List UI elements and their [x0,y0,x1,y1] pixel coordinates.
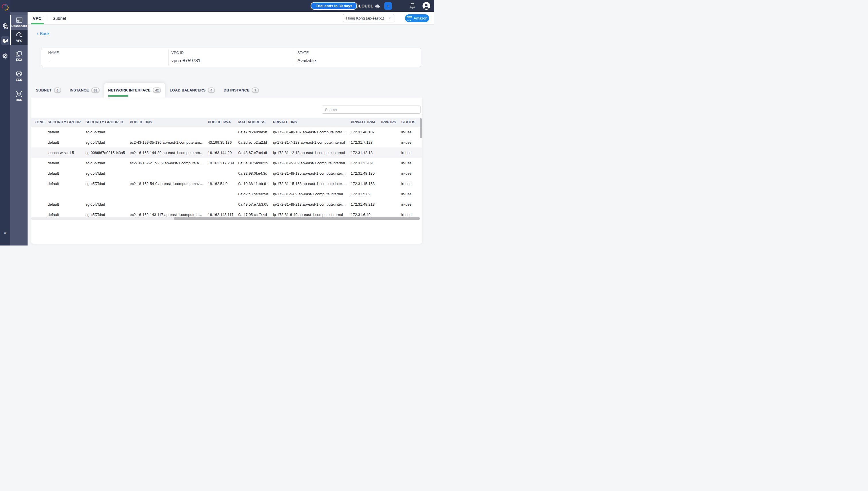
add-button[interactable]: + [384,2,392,10]
resource-tab-label: NETWORK INTERFACE [108,88,151,92]
table-row[interactable]: 0a:d2:c3:be:ee:5dip-172-31-5-89.ap-east-… [31,189,422,199]
table-row[interactable]: defaultsg-c5f7fdadec2-18-162-54-0.ap-eas… [31,178,422,189]
table-cell: ip-172-31-48-213.ap-east-1.compute.inter… [273,202,351,206]
region-select[interactable]: Hong Kong (ap-east-1) ▼ [343,14,395,22]
sidebar-item-vpc[interactable]: VPC [10,30,28,45]
table-cell: sg-c5f7fdad [85,171,130,175]
table-cell: ec2-16-163-144-29.ap-east-1.compute.am… [130,150,208,155]
table-cell: sg-c5f7fdad [85,212,130,217]
table-row[interactable]: defaultsg-c5f7fdad0a:49:57:e7:b3:05ip-17… [31,199,422,209]
column-header: PRIVATE DNS [273,120,351,124]
table-cell: 172.31.6.49 [351,212,381,217]
notifications-bell-icon[interactable] [409,3,416,9]
column-header: PUBLIC IPV4 [208,120,238,124]
table-row[interactable]: defaultsg-c5f7fdadec2-18-162-217-239.ap-… [31,158,422,168]
vertical-scrollbar-thumb[interactable] [419,118,422,138]
vertical-scrollbar[interactable] [419,118,422,220]
table-cell: ip-172-31-2-209.ap-east-1.compute.intern… [273,161,351,165]
page-header: VPC Subnet Hong Kong (ap-east-1) ▼ aws A… [28,12,434,24]
table-cell: 16.162.143.117 [208,212,238,217]
dashboard-icon [16,17,23,23]
column-header: MAC ADDRESS [238,120,273,124]
table-cell: 0a:5a:01:5a:88:29 [238,161,273,165]
region-value: Hong Kong (ap-east-1) [346,16,384,20]
resource-tab-count-badge: 7 [252,87,259,93]
sidebar-item-label: EC2 [16,58,22,61]
resource-tab-count-badge: 42 [153,87,161,93]
summary-vpcid-value: vpc-e8759781 [171,58,200,63]
table-cell: 172.31.15.153 [351,181,381,186]
app-logo[interactable] [1,3,9,11]
provider-amazon-button[interactable]: aws Amazon [405,15,429,22]
resource-tab-label: DB INSTANCE [224,88,249,92]
user-avatar[interactable] [423,2,430,10]
table-cell: ec2-18-162-54-0.ap-east-1.compute.amaz… [130,181,208,186]
sidebar-item-dashboard[interactable]: Dashboard [10,15,28,30]
horizontal-scrollbar[interactable] [31,218,420,220]
table-cell: 43.199.35.136 [208,140,238,145]
table-cell: 172.31.2.209 [351,161,381,165]
tab-vpc[interactable]: VPC [33,12,42,24]
table-cell: in-use [401,150,418,155]
table-cell: sg-c5f7fdad [85,181,130,186]
table-cell: default [48,171,85,175]
svg-text:DNS: DNS [4,27,8,29]
table-row[interactable]: defaultsg-c5f7fdad0a:32:98:0f:e4:3dip-17… [31,168,422,178]
tab-subnet[interactable]: Subnet [53,12,66,24]
resource-tab-instance[interactable]: INSTANCE58 [65,83,104,97]
table-cell: sg-c5f7fdad [85,130,130,134]
dns-tool-icon[interactable]: DNS [0,22,10,30]
table-cell: 172.31.7.128 [351,140,381,145]
table-cell: ec2-18-162-217-239.ap-east-1.compute.a… [130,161,208,165]
chevron-down-icon: ▼ [389,17,391,20]
column-header: PUBLIC DNS [130,120,208,124]
table-cell: in-use [401,171,418,175]
network-interface-panel: ZONESECURITY GROUPSECURITY GROUP IDPUBLI… [31,97,422,244]
table-cell: ec2-43-199-35-136.ap-east-1.compute.am… [130,140,208,145]
table-row[interactable]: launch-wizard-5sg-0086f67d0215d43a5ec2-1… [31,147,422,158]
table-row[interactable]: defaultsg-c5f7fdad0a:a7:d5:e9:de:afip-17… [31,127,422,137]
sidebar-collapse-button[interactable]: « [0,229,10,236]
table-cell: in-use [401,161,418,165]
sidebar-item-ecs[interactable]: ECS [10,68,28,84]
column-header: PRIVATE IPV4 [351,120,381,124]
summary-divider [294,50,294,66]
table-cell: default [48,161,85,165]
table-cell: 172.31.48.135 [351,171,381,175]
table-cell: ip-172-31-48-187.ap-east-1.compute.inter… [273,130,351,134]
summary-state-label: STATE [297,51,316,55]
horizontal-scrollbar-thumb[interactable] [174,218,420,220]
table-cell: 0a:49:57:e7:b3:05 [238,202,273,206]
back-link[interactable]: ‹ Back [37,31,49,36]
resource-tab-count-badge: 6 [54,87,61,93]
resource-tab-network-interface[interactable]: NETWORK INTERFACE42 [104,83,166,97]
table-cell: ip-172-31-15-153.ap-east-1.compute.inter… [273,181,351,186]
table-cell: sg-c5f7fdad [85,161,130,165]
table-cell: 172.31.5.89 [351,192,381,196]
analytics-tool-icon[interactable] [1,36,9,45]
table-cell: ip-172-31-6-49.ap-east-1.compute.interna… [273,212,351,217]
table-cell: 0a:a7:d5:e9:de:af [238,130,273,134]
vpc-icon [16,32,23,38]
table-cell: default [48,140,85,145]
table-cell: 0a:10:38:11:bb:61 [238,181,273,186]
table-cell: ip-172-31-7-128.ap-east-1.compute.intern… [273,140,351,145]
org-switcher[interactable]: CLOUD1 [356,0,380,12]
summary-divider [168,50,169,66]
resource-tab-db-instance[interactable]: DB INSTANCE7 [219,83,263,97]
summary-vpcid-label: VPC ID [171,51,200,55]
table-cell: launch-wizard-5 [48,150,85,155]
table-cell: ip-172-31-48-135.ap-east-1.compute.inter… [273,171,351,175]
sidebar-item-ec2[interactable]: EC2 [10,48,28,64]
resource-tab-load-balancers[interactable]: LOAD BALANCERS4 [165,83,219,97]
search-input[interactable] [322,106,421,114]
resource-tab-subnet[interactable]: SUBNET6 [32,83,65,97]
table-cell: in-use [401,212,418,217]
table-cell: ip-172-31-12-18.ap-east-1.compute.intern… [273,150,351,155]
trial-badge-button[interactable]: Trial ends in 30 days [310,2,357,10]
sidebar-item-rds[interactable]: RDS [10,88,28,104]
table-row[interactable]: defaultsg-c5f7fdadec2-43-199-35-136.ap-e… [31,137,422,147]
table-cell: sg-c5f7fdad [85,140,130,145]
settings-gear-icon[interactable] [0,52,10,60]
table-cell: 0a:47:05:cc:f9:4d [238,212,273,217]
